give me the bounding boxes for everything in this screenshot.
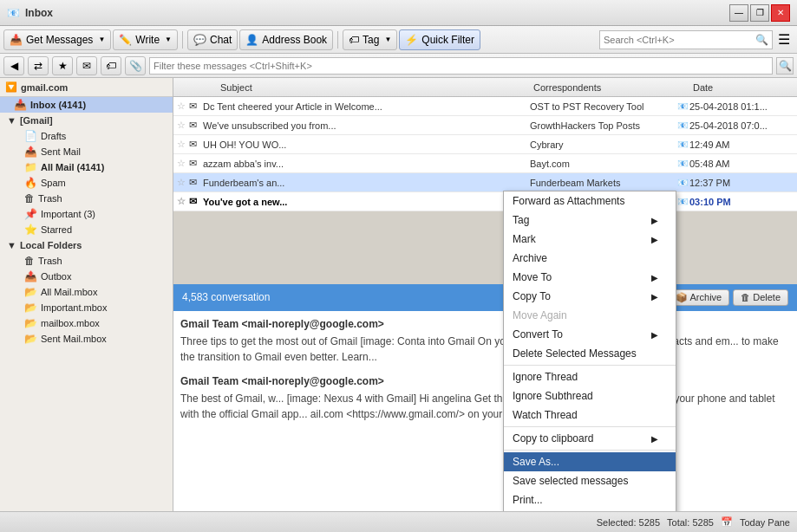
table-row[interactable]: ☆ ✉ Funderbeam's an... Funderbeam Market… [173,173,797,192]
window-controls: — ❐ ✕ [729,4,790,22]
account-header[interactable]: 🔽 gmail.com [0,78,173,97]
sidebar-item-outbox[interactable]: 📤 Outbox [0,269,173,284]
restore-button[interactable]: ❐ [750,4,769,22]
tag-arrow-icon: ▼ [384,36,391,43]
sidebar-item-trash-gmail[interactable]: 🗑 Trash [0,191,173,206]
ctx-delete-selected-label: Delete Selected Messages [513,347,637,360]
sidebar-item-important[interactable]: 📌 Important (3) [0,206,173,222]
star-icon[interactable]: ☆ [177,158,189,169]
sidebar-item-mailbox-mbox[interactable]: 📂 mailbox.mbox [0,315,173,331]
back-button[interactable]: ◀ [3,56,24,75]
hamburger-menu-icon[interactable]: ☰ [774,31,794,48]
ctx-forward-attachments[interactable]: Forward as Attachments [504,191,676,211]
ctx-save-as[interactable]: Save As... [504,452,676,471]
ctx-get-selected[interactable]: Get Selected Messages [504,509,676,511]
sidebar-item-important-mbox[interactable]: 📂 Important.mbox [0,300,173,315]
ctx-mark-label: Mark [513,233,536,245]
today-pane-label[interactable]: Today Pane [740,517,790,528]
table-row[interactable]: ☆ ✉ You've got a new... APSense.com 📧 03… [173,192,797,211]
ctx-mark[interactable]: Mark ▶ [504,230,676,249]
attach-filter-icon[interactable]: 📎 [125,56,146,75]
title-bar: 📧 Inbox — ❐ ✕ [0,0,797,26]
trash-local-label: Trash [38,256,62,266]
thread-icon[interactable]: ⇄ [28,56,49,75]
ctx-watch-thread[interactable]: Watch Thread [504,405,676,425]
ctx-move-to[interactable]: Move To ▶ [504,268,676,287]
chat-button[interactable]: 💬 Chat [187,29,238,50]
tag-button[interactable]: 🏷 Tag ▼ [343,29,397,50]
write-icon: ✏️ [119,34,132,46]
ctx-mark-arrow-icon: ▶ [651,235,658,244]
drafts-label: Drafts [41,131,66,141]
search-box[interactable]: 🔍 [599,30,773,49]
sidebar-local-group[interactable]: ▼ Local Folders [0,237,173,253]
minimize-button[interactable]: — [729,4,748,22]
table-row[interactable]: ☆ ✉ Dc Tent cheered your Article in Welc… [173,97,797,116]
tag-filter-icon[interactable]: 🏷 [101,56,121,75]
sidebar-item-starred[interactable]: ⭐ Starred [0,222,173,237]
ctx-archive[interactable]: Archive [504,249,676,268]
correspondents-col-header[interactable]: Correspondents [530,82,677,93]
subject-col-header[interactable]: Subject [217,82,518,93]
search-input[interactable] [604,35,755,45]
sidebar-item-all-mail-mbox[interactable]: 📂 All Mail.mbox [0,284,173,300]
get-messages-arrow-icon: ▼ [98,36,105,43]
email-subject: UH OH! YOU WO... [203,139,518,150]
ctx-copy-clipboard[interactable]: Copy to clipboard ▶ [504,429,676,448]
sidebar-item-drafts[interactable]: 📄 Drafts [0,128,173,144]
drafts-icon: 📄 [24,130,37,142]
mail-filter-icon[interactable]: ✉ [76,56,97,75]
window-title: Inbox [25,7,53,19]
ctx-copy-to-label: Copy To [513,290,551,302]
ctx-ignore-subthread[interactable]: Ignore Subthread [504,386,676,405]
date-col-header[interactable]: Date [689,82,794,93]
star-icon[interactable]: ☆ [177,101,189,112]
read-icon: 📧 [677,197,689,206]
chat-icon: 💬 [193,34,206,46]
star-icon[interactable]: ☆ [177,196,189,207]
star-icon[interactable]: ☆ [177,177,189,188]
table-row[interactable]: ☆ ✉ azzam abba's inv... Bayt.com 📧 05:48… [173,154,797,173]
sidebar-item-sent-mail-mbox[interactable]: 📂 Sent Mail.mbox [0,331,173,347]
sidebar-item-spam[interactable]: 🔥 Spam [0,175,173,191]
ctx-tag-arrow-icon: ▶ [651,216,658,225]
table-row[interactable]: ☆ ✉ UH OH! YOU WO... Cybrary 📧 12:49 AM [173,135,797,154]
write-button[interactable]: ✏️ Write ▼ [113,29,178,50]
get-messages-button[interactable]: 📥 Get Messages ▼ [3,29,111,50]
ctx-print[interactable]: Print... [504,490,676,509]
starred-icon: ⭐ [24,224,37,236]
sidebar-gmail-group[interactable]: ▼ [Gmail] [0,113,173,128]
star-icon[interactable]: ☆ [177,120,189,131]
ctx-tag[interactable]: Tag ▶ [504,211,676,230]
ctx-copy-clipboard-label: Copy to clipboard [513,432,593,444]
ctx-ignore-thread[interactable]: Ignore Thread [504,367,676,386]
gmail-group-label: [Gmail] [20,115,53,126]
star-icon[interactable]: ☆ [177,139,189,150]
sidebar-item-all-mail[interactable]: 📁 All Mail (4141) [0,159,173,175]
ctx-copy-to[interactable]: Copy To ▶ [504,287,676,306]
mailbox-mbox-label: mailbox.mbox [41,318,100,328]
filter-messages-input[interactable] [149,57,773,75]
read-icon: 📧 [677,120,689,130]
ctx-delete-selected[interactable]: Delete Selected Messages [504,344,676,363]
sidebar-item-inbox[interactable]: 📥 Inbox (4141) [0,97,173,113]
conv-count: 4,583 conversation [182,291,270,303]
address-book-icon: 👤 [245,34,258,46]
quick-filter-button[interactable]: ⚡ Quick Filter [399,29,480,50]
sidebar-item-sent[interactable]: 📤 Sent Mail [0,144,173,159]
ctx-save-selected[interactable]: Save selected messages [504,471,676,490]
sidebar-item-trash-local[interactable]: 🗑 Trash [0,253,173,269]
table-row[interactable]: ☆ ✉ We've unsubscribed you from... Growt… [173,116,797,135]
address-book-button[interactable]: 👤 Address Book [239,29,333,50]
search-icon: 🔍 [755,34,768,46]
email-list: ☆ ✉ Dc Tent cheered your Article in Welc… [173,97,797,284]
archive-button[interactable]: 📦 Archive [668,289,730,306]
thread-icon: ✉ [189,177,203,188]
ctx-convert-to[interactable]: Convert To ▶ [504,325,676,344]
toolbar-separator-1 [182,31,183,49]
star-filter-icon[interactable]: ★ [52,56,73,75]
delete-button[interactable]: 🗑 Delete [733,289,788,306]
filter-search-button[interactable]: 🔍 [776,57,794,75]
close-button[interactable]: ✕ [771,4,790,22]
ctx-copy-clipboard-arrow-icon: ▶ [651,434,658,444]
